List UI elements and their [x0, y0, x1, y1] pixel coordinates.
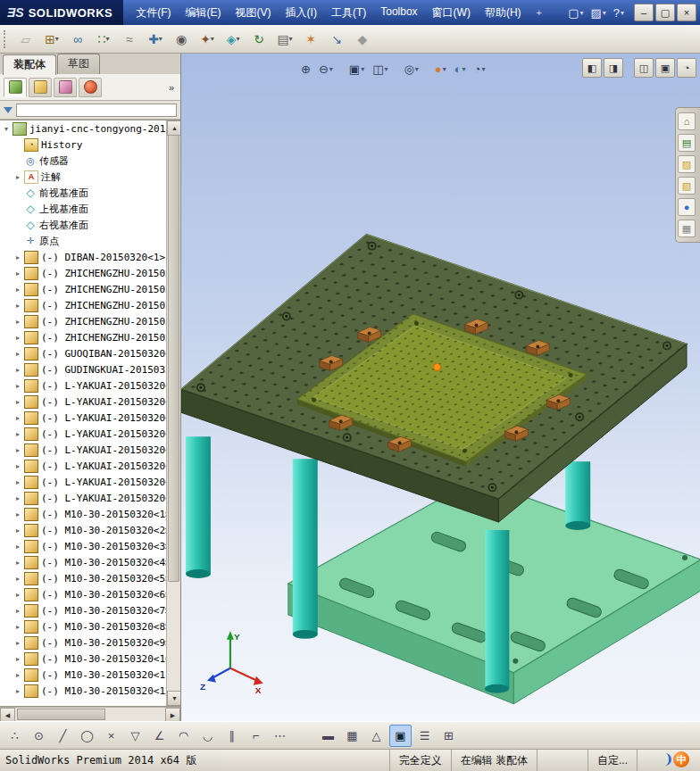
sketch-tool-button[interactable]: △	[365, 725, 388, 747]
tree-item[interactable]: ▸ (-) M10-30-20150320<11>	[0, 667, 167, 683]
expand-arrow-icon[interactable]: ▸	[14, 334, 21, 342]
toolbar-button[interactable]: ◆	[350, 28, 375, 51]
toolbar-grip[interactable]	[4, 30, 9, 48]
expand-arrow-icon[interactable]: ▸	[14, 559, 21, 567]
sketch-tool-button[interactable]: ⋯	[269, 725, 291, 747]
tree-item[interactable]: ▸ (-) L-YAKUAI-20150320<5>	[0, 442, 167, 458]
expand-arrow-icon[interactable]: ▸	[14, 302, 21, 310]
tree-item[interactable]: ▸ (-) M10-30-20150320<9>	[0, 634, 167, 651]
expand-arrow-icon[interactable]: ▸	[14, 269, 21, 278]
sketch-tool-button[interactable]: ☰	[413, 725, 436, 747]
tree-item[interactable]: ▸ (-) M10-30-20150320<7>	[0, 602, 167, 618]
heads-up-button[interactable]: ⊖ ▾	[315, 58, 337, 79]
toolbar-button[interactable]: ↻	[246, 28, 271, 51]
tree-item[interactable]: ▸ (-) ZHICHENGZHU-2015032	[0, 281, 167, 297]
menu-item[interactable]: 插入(I)	[279, 2, 324, 24]
tree-item[interactable]: 右视基准面	[0, 217, 167, 233]
menu-pin-icon[interactable]: +	[532, 7, 546, 18]
tree-item[interactable]: ▸ (-) L-YAKUAI-20150320<2>	[0, 394, 167, 410]
viewport-button[interactable]: ◨	[604, 58, 623, 78]
panel-tab[interactable]: 草图	[57, 54, 100, 74]
manager-tab[interactable]	[54, 78, 77, 97]
tree-item[interactable]: ▸ (-) ZHICHENGZHU-2015032	[0, 313, 167, 329]
dropdown-arrow-icon[interactable]: ▾	[329, 65, 333, 73]
tree-item[interactable]: ▸ (-) M10-30-20150320<8>	[0, 618, 167, 634]
expand-arrow-icon[interactable]: ▸	[14, 398, 21, 406]
heads-up-button[interactable]	[392, 58, 399, 79]
manager-tab[interactable]	[4, 78, 27, 97]
sketch-tool-button[interactable]: ⌐	[245, 725, 267, 747]
tree-item[interactable]: ▸ (-) M10-30-20150320<1>	[0, 506, 167, 522]
heads-up-button[interactable]	[423, 58, 430, 79]
sketch-tool-button[interactable]: ⊞	[438, 725, 460, 747]
tree-item[interactable]: ▸ (-) L-YAKUAI-20150320<4>	[0, 426, 167, 442]
expand-arrow-icon[interactable]: ▸	[14, 382, 21, 390]
tree-item[interactable]: ▸ (-) M10-30-20150320<5>	[0, 570, 167, 586]
expand-arrow-icon[interactable]: ▸	[14, 671, 21, 679]
task-pane-icon[interactable]: ⌂	[678, 112, 696, 130]
expand-arrow-icon[interactable]: ▾	[3, 125, 10, 133]
window-control-button[interactable]: ×	[677, 4, 696, 21]
menu-item[interactable]: 文件(F)	[129, 2, 178, 24]
horizontal-scrollbar[interactable]: ◀ ▶	[0, 707, 180, 721]
dropdown-arrow-icon[interactable]: ▾	[603, 9, 606, 17]
tree-item[interactable]: ▸ (-) ZHICHENGZHU-2015032	[0, 329, 167, 345]
task-pane-icon[interactable]: ●	[678, 198, 696, 216]
task-pane-icon[interactable]: ▤	[678, 134, 696, 152]
sketch-tool-button[interactable]: ×	[100, 725, 122, 747]
scroll-up-button[interactable]: ▲	[167, 120, 180, 136]
menu-item[interactable]: 编辑(E)	[179, 2, 229, 24]
filter-funnel-icon[interactable]	[4, 107, 12, 113]
expand-arrow-icon[interactable]: ▸	[14, 478, 21, 486]
heads-up-button[interactable]: ● ▾	[431, 58, 450, 79]
task-pane-icon[interactable]: ▧	[678, 177, 696, 195]
tree-item[interactable]: ▸ (-) M10-30-20150320<12>	[0, 683, 167, 699]
tree-item[interactable]: ▸ (-) L-YAKUAI-20150320<6>	[0, 458, 167, 474]
menu-item[interactable]: 窗口(W)	[425, 2, 478, 24]
manager-tab[interactable]	[29, 78, 52, 97]
sketch-tool-button[interactable]	[293, 725, 315, 747]
scrollbar-thumb[interactable]	[168, 135, 179, 582]
task-pane-button[interactable]: ◔	[677, 58, 696, 78]
menu-item[interactable]: 工具(T)	[324, 2, 373, 24]
tree-item[interactable]: 上视基准面	[0, 201, 167, 217]
sketch-tool-button[interactable]: ▣	[389, 725, 412, 747]
expand-arrow-icon[interactable]: ▸	[14, 173, 21, 181]
dropdown-arrow-icon[interactable]: ▾	[159, 35, 162, 43]
sketch-tool-button[interactable]: ◠	[172, 725, 195, 747]
dropdown-arrow-icon[interactable]: ▾	[443, 65, 446, 73]
expand-arrow-icon[interactable]: ▸	[14, 462, 21, 470]
sketch-tool-button[interactable]: ∠	[148, 725, 171, 747]
expand-arrow-icon[interactable]: ▸	[14, 366, 21, 374]
heads-up-button[interactable]: ◔ ▾	[471, 58, 489, 79]
heads-up-button[interactable]: ◫ ▾	[369, 58, 391, 79]
expand-arrow-icon[interactable]: ▸	[14, 414, 21, 422]
window-control-button[interactable]: ▢	[655, 4, 675, 21]
sketch-tool-button[interactable]: ∥	[221, 725, 243, 747]
tree-item[interactable]: ▸ (-) M10-30-20150320<6>	[0, 586, 167, 602]
dropdown-arrow-icon[interactable]: ▾	[211, 35, 214, 43]
tree-item[interactable]: 传感器	[0, 153, 167, 169]
quick-icon[interactable]: ▢ ▾	[565, 4, 586, 21]
toolbar-button[interactable]: ∷ ▾	[91, 28, 116, 51]
toolbar-button[interactable]: ✦ ▾	[195, 28, 220, 51]
viewport-button[interactable]: ◧	[582, 58, 602, 78]
toolbar-button[interactable]: ◉	[169, 28, 194, 51]
toolbar-button[interactable]: ✶	[298, 28, 323, 51]
filter-input[interactable]	[16, 104, 177, 117]
window-control-button[interactable]: –	[634, 4, 654, 21]
manager-tab[interactable]	[79, 78, 102, 97]
quick-icon[interactable]: ? ▾	[611, 4, 627, 21]
expand-arrow-icon[interactable]: ▸	[14, 591, 21, 599]
expand-arrow-icon[interactable]: ▸	[14, 607, 21, 615]
graphics-area[interactable]: Y X Z ⊕ ⊖ ▾	[181, 54, 700, 721]
task-pane-button[interactable]: ◫	[634, 58, 654, 78]
vertical-scrollbar[interactable]: ▲ ▼	[166, 120, 180, 706]
task-pane-icon[interactable]: ▦	[678, 220, 696, 237]
dropdown-arrow-icon[interactable]: ▾	[361, 65, 364, 73]
scrollbar-thumb[interactable]	[17, 709, 105, 720]
sketch-tool-button[interactable]: ∴	[4, 725, 26, 747]
tree-item[interactable]: ▸ (-) M10-30-20150320<3>	[0, 538, 167, 554]
tree-item[interactable]: ▸ (-) ZHICHENGZHU-2015032	[0, 297, 167, 313]
dropdown-arrow-icon[interactable]: ▾	[236, 35, 239, 43]
